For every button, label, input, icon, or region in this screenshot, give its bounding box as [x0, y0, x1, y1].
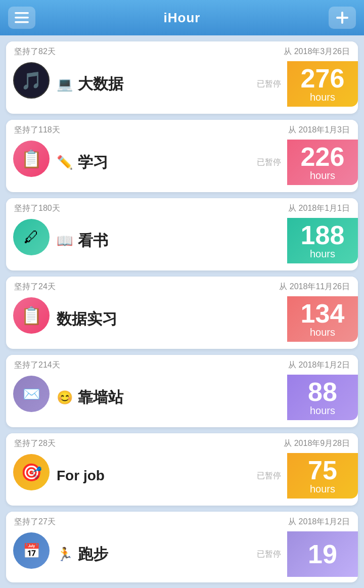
hours-wallstand: 88 hours: [287, 375, 358, 420]
card-header-bigdata: 坚持了82天 从 2018年3月26日: [6, 41, 358, 61]
hours-number-bigdata: 276: [301, 65, 345, 92]
hours-running: 19: [287, 531, 358, 577]
icon-emoji-forjob: 🎯: [21, 462, 42, 482]
menu-button[interactable]: [8, 7, 35, 29]
title-study: 学习: [78, 152, 108, 173]
hours-number-forjob: 75: [308, 457, 337, 483]
title-running: 跑步: [78, 544, 108, 565]
date-bigdata: 从 2018年3月26日: [284, 47, 350, 57]
title-bigdata: 大数据: [78, 74, 123, 95]
name-area-study: ✏️ 学习 已暂停: [57, 152, 287, 173]
icon-emoji-bigdata: 🎵: [21, 70, 42, 91]
card-body-running: 📅 🏃 跑步 已暂停 19: [6, 531, 358, 582]
card-study[interactable]: 坚持了118天 从 2018年1月3日 📋 ✏️ 学习 已暂停 226 hour…: [6, 120, 358, 192]
app-title: iHour: [164, 10, 201, 26]
hours-label-bigdata: hours: [310, 92, 335, 103]
name-area-reading: 📖 看书: [57, 231, 287, 251]
hours-number-wallstand: 88: [308, 379, 337, 405]
title-wallstand: 靠墙站: [78, 387, 123, 408]
name-area-internship: 数据实习: [57, 309, 287, 330]
hours-label-wallstand: hours: [310, 405, 335, 417]
streak-forjob: 坚持了28天: [14, 438, 56, 449]
icon-forjob: 🎯: [13, 454, 50, 490]
hours-number-reading: 188: [301, 222, 345, 248]
date-forjob: 从 2018年9月28日: [284, 438, 350, 449]
icon-emoji-study: 📋: [21, 149, 42, 169]
date-internship: 从 2018年11月26日: [279, 282, 350, 292]
icon-emoji-wallstand: ✉️: [23, 386, 40, 402]
hours-label-internship: hours: [310, 327, 335, 338]
svg-rect-0: [15, 12, 29, 14]
hours-label-forjob: hours: [310, 483, 335, 495]
hours-number-internship: 134: [301, 300, 345, 327]
card-body-forjob: 🎯 For job 已暂停 75 hours: [6, 453, 358, 506]
icon-emoji-running: 📅: [23, 542, 40, 559]
hours-number-running: 19: [308, 541, 337, 567]
date-running: 从 2018年1月2日: [288, 517, 350, 527]
add-button[interactable]: [329, 7, 356, 29]
hours-study: 226 hours: [287, 140, 358, 185]
svg-rect-1: [15, 17, 29, 19]
name-area-running: 🏃 跑步 已暂停: [57, 544, 287, 565]
name-area-wallstand: 😊 靠墙站: [57, 387, 287, 408]
card-header-reading: 坚持了180天 从 2018年1月1日: [6, 198, 358, 218]
hours-internship: 134 hours: [287, 296, 358, 342]
title-forjob: For job: [57, 468, 105, 484]
paused-forjob: 已暂停: [257, 471, 281, 481]
hours-number-study: 226: [301, 144, 345, 170]
streak-internship: 坚持了24天: [14, 282, 56, 292]
emoji-wallstand: 😊: [57, 390, 73, 405]
card-wallstand[interactable]: 坚持了214天 从 2018年1月2日 ✉️ 😊 靠墙站 88 hours: [6, 355, 358, 427]
emoji-running: 🏃: [57, 547, 73, 562]
paused-study: 已暂停: [257, 157, 281, 168]
paused-bigdata: 已暂停: [257, 79, 281, 89]
streak-running: 坚持了27天: [14, 517, 56, 527]
emoji-study: ✏️: [57, 155, 73, 170]
icon-emoji-reading: 🖊: [24, 229, 39, 246]
svg-rect-4: [336, 17, 348, 19]
streak-bigdata: 坚持了82天: [14, 47, 56, 57]
cards-list: 坚持了82天 从 2018年3月26日 🎵 💻 大数据 已暂停 276 hour…: [0, 35, 364, 588]
date-reading: 从 2018年1月1日: [288, 203, 350, 214]
card-header-running: 坚持了27天 从 2018年1月2日: [6, 512, 358, 531]
name-area-bigdata: 💻 大数据 已暂停: [57, 74, 287, 95]
date-study: 从 2018年1月3日: [288, 125, 350, 135]
card-internship[interactable]: 坚持了24天 从 2018年11月26日 📋 数据实习 134 hours: [6, 277, 358, 349]
title-reading: 看书: [78, 231, 108, 251]
card-running[interactable]: 坚持了27天 从 2018年1月2日 📅 🏃 跑步 已暂停 19: [6, 512, 358, 582]
streak-study: 坚持了118天: [14, 125, 60, 135]
icon-study: 📋: [13, 141, 50, 177]
title-internship: 数据实习: [57, 309, 117, 330]
icon-bigdata: 🎵: [13, 62, 50, 99]
hours-label-study: hours: [310, 170, 335, 182]
card-body-internship: 📋 数据实习 134 hours: [6, 296, 358, 349]
card-header-forjob: 坚持了28天 从 2018年9月28日: [6, 433, 358, 453]
hours-reading: 188 hours: [287, 218, 358, 263]
hours-forjob: 75 hours: [287, 453, 358, 499]
hours-bigdata: 276 hours: [287, 61, 358, 107]
emoji-bigdata: 💻: [57, 76, 73, 92]
streak-reading: 坚持了180天: [14, 203, 60, 214]
card-body-bigdata: 🎵 💻 大数据 已暂停 276 hours: [6, 61, 358, 114]
streak-wallstand: 坚持了214天: [14, 360, 60, 371]
card-body-wallstand: ✉️ 😊 靠墙站 88 hours: [6, 375, 358, 427]
card-header-study: 坚持了118天 从 2018年1月3日: [6, 120, 358, 140]
card-forjob[interactable]: 坚持了28天 从 2018年9月28日 🎯 For job 已暂停 75 hou…: [6, 433, 358, 506]
icon-wallstand: ✉️: [13, 376, 50, 412]
card-body-study: 📋 ✏️ 学习 已暂停 226 hours: [6, 140, 358, 192]
icon-emoji-internship: 📋: [21, 305, 42, 326]
svg-rect-2: [15, 21, 29, 23]
card-bigdata[interactable]: 坚持了82天 从 2018年3月26日 🎵 💻 大数据 已暂停 276 hour…: [6, 41, 358, 114]
hours-label-reading: hours: [310, 248, 335, 260]
card-reading[interactable]: 坚持了180天 从 2018年1月1日 🖊 📖 看书 188 hours: [6, 198, 358, 270]
card-header-internship: 坚持了24天 从 2018年11月26日: [6, 277, 358, 296]
name-area-forjob: For job 已暂停: [57, 468, 287, 484]
icon-internship: 📋: [13, 297, 50, 334]
card-header-wallstand: 坚持了214天 从 2018年1月2日: [6, 355, 358, 375]
app-header: iHour: [0, 0, 364, 35]
icon-reading: 🖊: [13, 219, 50, 255]
card-body-reading: 🖊 📖 看书 188 hours: [6, 218, 358, 270]
paused-running: 已暂停: [257, 549, 281, 560]
icon-running: 📅: [13, 532, 50, 569]
emoji-reading: 📖: [57, 233, 73, 249]
